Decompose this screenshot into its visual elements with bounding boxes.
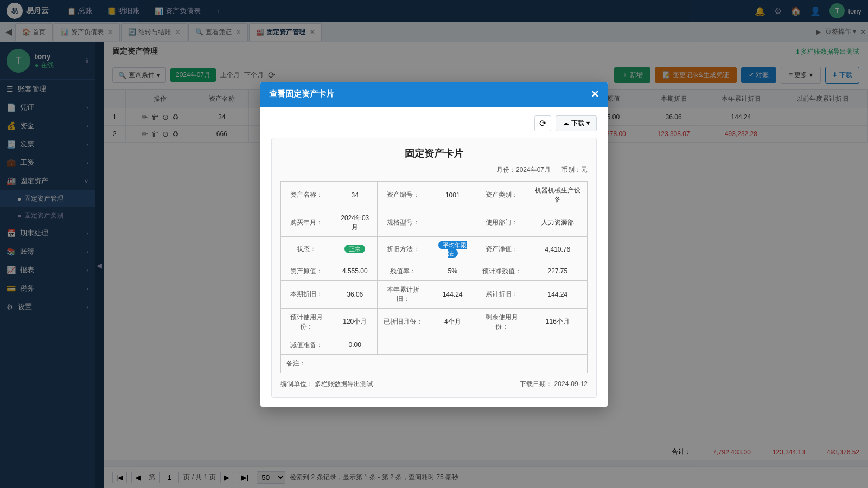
period-dep-value: 36.06 (333, 280, 377, 308)
card-currency: 币别：元 (561, 165, 588, 175)
dept-value: 人力资源部 (528, 209, 587, 236)
remarks-row: 备注： (280, 355, 588, 373)
total-dep-label: 累计折旧： (476, 280, 528, 308)
preparer-value: 多栏账数据导出测试 (315, 380, 373, 388)
impairment-label: 减值准备： (281, 336, 333, 354)
modal-title: 查看固定资产卡片 (269, 89, 334, 99)
period-dep-label: 本期折旧： (281, 280, 333, 308)
category-label: 资产类别： (476, 181, 528, 209)
net-value-value: 4,410.76 (528, 236, 587, 262)
ytd-dep-label: 本年累计折旧： (377, 280, 429, 308)
asset-no-label: 资产编号： (377, 181, 429, 209)
modal-download-btn[interactable]: ☁ 下载 ▾ (556, 115, 597, 131)
spec-value (429, 209, 476, 236)
purchase-month-value: 2024年03月 (333, 209, 377, 236)
asset-card-modal: 查看固定资产卡片 ✕ ⟳ ☁ 下载 ▾ 固定资产卡片 月份：2024年07月 币… (260, 82, 608, 407)
modal-overlay[interactable]: 查看固定资产卡片 ✕ ⟳ ☁ 下载 ▾ 固定资产卡片 月份：2024年07月 币… (0, 0, 868, 488)
remaining-months-label: 剩余使用月份： (476, 308, 528, 336)
remarks-label: 备注： (286, 359, 306, 367)
dep-method-label: 折旧方法： (377, 236, 429, 262)
modal-toolbar: ⟳ ☁ 下载 ▾ (271, 115, 597, 131)
modal-close-btn[interactable]: ✕ (591, 88, 599, 100)
preparer-label: 编制单位： (280, 380, 313, 388)
salvage-rate-value: 5% (429, 262, 476, 280)
salvage-rate-label: 残值率： (377, 262, 429, 280)
dep-months-label: 已折旧月份： (377, 308, 429, 336)
modal-refresh-btn[interactable]: ⟳ (534, 115, 551, 131)
card-container: 固定资产卡片 月份：2024年07月 币别：元 资产名称： 34 资产编号： 1… (271, 138, 597, 398)
card-month: 月份：2024年07月 (496, 165, 551, 175)
net-value-label: 资产净值： (476, 236, 528, 262)
asset-no-value: 1001 (429, 181, 476, 209)
expected-months-value: 120个月 (333, 308, 377, 336)
asset-name-label: 资产名称： (281, 181, 333, 209)
cloud-download-icon: ☁ (563, 119, 569, 127)
status-value: 正常 (333, 236, 377, 262)
orig-value-label: 资产原值： (281, 262, 333, 280)
card-grid: 资产名称： 34 资产编号： 1001 资产类别： 机器机械生产设备 购买年月：… (280, 181, 588, 355)
dep-method-badge: 平均年限法 (438, 241, 467, 258)
dept-label: 使用部门： (476, 209, 528, 236)
expected-salvage-label: 预计净残值： (476, 262, 528, 280)
card-footer: 编制单位： 多栏账数据导出测试 下载日期： 2024-09-12 (280, 380, 588, 389)
purchase-month-label: 购买年月： (281, 209, 333, 236)
remaining-months-value: 116个月 (528, 308, 587, 336)
spec-label: 规格型号： (377, 209, 429, 236)
card-meta: 月份：2024年07月 币别：元 (280, 165, 588, 175)
card-title: 固定资产卡片 (280, 147, 588, 160)
orig-value-value: 4,555.00 (333, 262, 377, 280)
download-date-value: 2024-09-12 (554, 380, 588, 388)
modal-download-arrow: ▾ (586, 119, 590, 127)
expected-months-label: 预计使用月份： (281, 308, 333, 336)
ytd-dep-value: 144.24 (429, 280, 476, 308)
preparer: 编制单位： 多栏账数据导出测试 (280, 380, 373, 389)
asset-name-value: 34 (333, 181, 377, 209)
modal-download-label: 下载 (571, 119, 584, 128)
download-date: 下载日期： 2024-09-12 (520, 380, 588, 389)
impairment-value: 0.00 (333, 336, 377, 354)
dep-months-value: 4个月 (429, 308, 476, 336)
download-date-label: 下载日期： (520, 380, 552, 388)
modal-header: 查看固定资产卡片 ✕ (260, 82, 608, 107)
status-label: 状态： (281, 236, 333, 262)
modal-body: ⟳ ☁ 下载 ▾ 固定资产卡片 月份：2024年07月 币别：元 资产名称： 3… (260, 107, 608, 407)
dep-method-value: 平均年限法 (429, 236, 476, 262)
category-value: 机器机械生产设备 (528, 181, 587, 209)
total-dep-value: 144.24 (528, 280, 587, 308)
expected-salvage-value: 227.75 (528, 262, 587, 280)
status-badge: 正常 (344, 245, 365, 253)
